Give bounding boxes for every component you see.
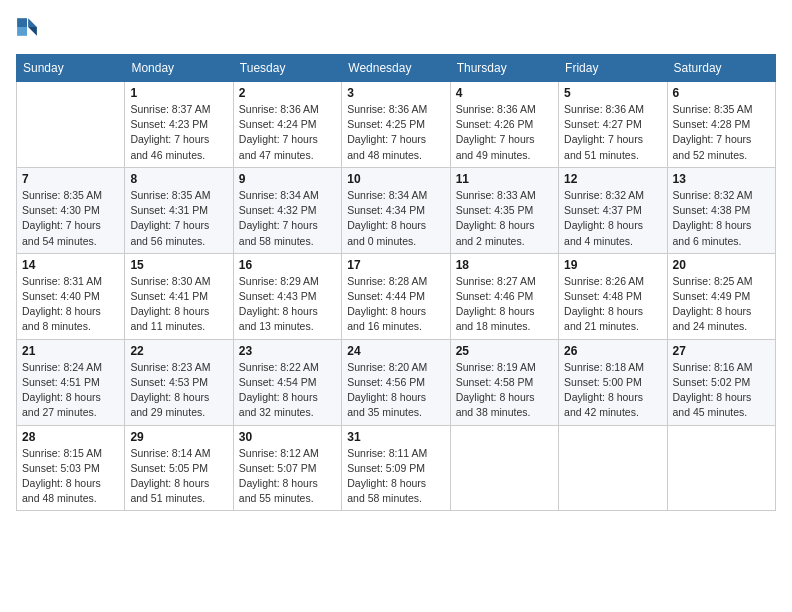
day-info: Sunrise: 8:32 AM Sunset: 4:38 PM Dayligh… [673,188,770,249]
day-info: Sunrise: 8:37 AM Sunset: 4:23 PM Dayligh… [130,102,227,163]
day-info: Sunrise: 8:15 AM Sunset: 5:03 PM Dayligh… [22,446,119,507]
day-number: 6 [673,86,770,100]
calendar-cell [17,82,125,168]
day-number: 10 [347,172,444,186]
calendar-cell: 27Sunrise: 8:16 AM Sunset: 5:02 PM Dayli… [667,339,775,425]
day-number: 28 [22,430,119,444]
day-info: Sunrise: 8:27 AM Sunset: 4:46 PM Dayligh… [456,274,553,335]
day-info: Sunrise: 8:30 AM Sunset: 4:41 PM Dayligh… [130,274,227,335]
day-info: Sunrise: 8:11 AM Sunset: 5:09 PM Dayligh… [347,446,444,507]
day-number: 12 [564,172,661,186]
day-number: 15 [130,258,227,272]
day-info: Sunrise: 8:16 AM Sunset: 5:02 PM Dayligh… [673,360,770,421]
svg-marker-1 [28,27,37,36]
calendar-cell: 7Sunrise: 8:35 AM Sunset: 4:30 PM Daylig… [17,167,125,253]
day-number: 26 [564,344,661,358]
day-number: 31 [347,430,444,444]
day-number: 5 [564,86,661,100]
day-number: 11 [456,172,553,186]
calendar-cell: 15Sunrise: 8:30 AM Sunset: 4:41 PM Dayli… [125,253,233,339]
calendar-cell: 3Sunrise: 8:36 AM Sunset: 4:25 PM Daylig… [342,82,450,168]
calendar-cell: 17Sunrise: 8:28 AM Sunset: 4:44 PM Dayli… [342,253,450,339]
day-info: Sunrise: 8:36 AM Sunset: 4:24 PM Dayligh… [239,102,336,163]
day-of-week-header: Wednesday [342,55,450,82]
calendar-cell: 5Sunrise: 8:36 AM Sunset: 4:27 PM Daylig… [559,82,667,168]
calendar-cell: 1Sunrise: 8:37 AM Sunset: 4:23 PM Daylig… [125,82,233,168]
calendar-cell: 2Sunrise: 8:36 AM Sunset: 4:24 PM Daylig… [233,82,341,168]
day-number: 1 [130,86,227,100]
calendar-table: SundayMondayTuesdayWednesdayThursdayFrid… [16,54,776,511]
day-number: 4 [456,86,553,100]
calendar-cell: 31Sunrise: 8:11 AM Sunset: 5:09 PM Dayli… [342,425,450,511]
calendar-cell: 6Sunrise: 8:35 AM Sunset: 4:28 PM Daylig… [667,82,775,168]
day-number: 27 [673,344,770,358]
calendar-cell: 25Sunrise: 8:19 AM Sunset: 4:58 PM Dayli… [450,339,558,425]
day-of-week-header: Saturday [667,55,775,82]
day-number: 30 [239,430,336,444]
day-info: Sunrise: 8:36 AM Sunset: 4:27 PM Dayligh… [564,102,661,163]
day-of-week-header: Monday [125,55,233,82]
day-info: Sunrise: 8:22 AM Sunset: 4:54 PM Dayligh… [239,360,336,421]
day-info: Sunrise: 8:35 AM Sunset: 4:31 PM Dayligh… [130,188,227,249]
calendar-cell: 8Sunrise: 8:35 AM Sunset: 4:31 PM Daylig… [125,167,233,253]
page-header [16,16,776,42]
day-number: 9 [239,172,336,186]
day-number: 18 [456,258,553,272]
day-info: Sunrise: 8:26 AM Sunset: 4:48 PM Dayligh… [564,274,661,335]
day-info: Sunrise: 8:23 AM Sunset: 4:53 PM Dayligh… [130,360,227,421]
svg-marker-0 [28,18,37,27]
day-number: 14 [22,258,119,272]
day-info: Sunrise: 8:28 AM Sunset: 4:44 PM Dayligh… [347,274,444,335]
day-number: 3 [347,86,444,100]
calendar-cell: 12Sunrise: 8:32 AM Sunset: 4:37 PM Dayli… [559,167,667,253]
calendar-cell: 18Sunrise: 8:27 AM Sunset: 4:46 PM Dayli… [450,253,558,339]
calendar-cell [667,425,775,511]
day-info: Sunrise: 8:34 AM Sunset: 4:34 PM Dayligh… [347,188,444,249]
day-number: 17 [347,258,444,272]
day-number: 2 [239,86,336,100]
calendar-cell: 9Sunrise: 8:34 AM Sunset: 4:32 PM Daylig… [233,167,341,253]
day-info: Sunrise: 8:33 AM Sunset: 4:35 PM Dayligh… [456,188,553,249]
day-info: Sunrise: 8:24 AM Sunset: 4:51 PM Dayligh… [22,360,119,421]
calendar-cell: 22Sunrise: 8:23 AM Sunset: 4:53 PM Dayli… [125,339,233,425]
day-of-week-header: Friday [559,55,667,82]
calendar-cell: 28Sunrise: 8:15 AM Sunset: 5:03 PM Dayli… [17,425,125,511]
day-number: 8 [130,172,227,186]
day-info: Sunrise: 8:35 AM Sunset: 4:30 PM Dayligh… [22,188,119,249]
day-info: Sunrise: 8:18 AM Sunset: 5:00 PM Dayligh… [564,360,661,421]
calendar-cell: 16Sunrise: 8:29 AM Sunset: 4:43 PM Dayli… [233,253,341,339]
calendar-cell: 24Sunrise: 8:20 AM Sunset: 4:56 PM Dayli… [342,339,450,425]
day-info: Sunrise: 8:12 AM Sunset: 5:07 PM Dayligh… [239,446,336,507]
day-info: Sunrise: 8:20 AM Sunset: 4:56 PM Dayligh… [347,360,444,421]
calendar-cell: 26Sunrise: 8:18 AM Sunset: 5:00 PM Dayli… [559,339,667,425]
calendar-cell: 11Sunrise: 8:33 AM Sunset: 4:35 PM Dayli… [450,167,558,253]
day-number: 25 [456,344,553,358]
day-info: Sunrise: 8:31 AM Sunset: 4:40 PM Dayligh… [22,274,119,335]
calendar-cell: 29Sunrise: 8:14 AM Sunset: 5:05 PM Dayli… [125,425,233,511]
day-number: 29 [130,430,227,444]
calendar-cell: 23Sunrise: 8:22 AM Sunset: 4:54 PM Dayli… [233,339,341,425]
day-number: 24 [347,344,444,358]
calendar-cell: 4Sunrise: 8:36 AM Sunset: 4:26 PM Daylig… [450,82,558,168]
calendar-cell: 20Sunrise: 8:25 AM Sunset: 4:49 PM Dayli… [667,253,775,339]
day-number: 13 [673,172,770,186]
day-number: 23 [239,344,336,358]
day-info: Sunrise: 8:36 AM Sunset: 4:25 PM Dayligh… [347,102,444,163]
logo-icon [16,16,38,38]
day-info: Sunrise: 8:36 AM Sunset: 4:26 PM Dayligh… [456,102,553,163]
day-info: Sunrise: 8:19 AM Sunset: 4:58 PM Dayligh… [456,360,553,421]
svg-rect-2 [17,18,27,27]
logo [16,16,40,42]
day-info: Sunrise: 8:34 AM Sunset: 4:32 PM Dayligh… [239,188,336,249]
calendar-cell [450,425,558,511]
calendar-cell: 19Sunrise: 8:26 AM Sunset: 4:48 PM Dayli… [559,253,667,339]
day-number: 7 [22,172,119,186]
day-info: Sunrise: 8:29 AM Sunset: 4:43 PM Dayligh… [239,274,336,335]
calendar-cell: 13Sunrise: 8:32 AM Sunset: 4:38 PM Dayli… [667,167,775,253]
day-number: 22 [130,344,227,358]
day-of-week-header: Thursday [450,55,558,82]
day-number: 19 [564,258,661,272]
calendar-cell: 30Sunrise: 8:12 AM Sunset: 5:07 PM Dayli… [233,425,341,511]
day-of-week-header: Sunday [17,55,125,82]
day-info: Sunrise: 8:32 AM Sunset: 4:37 PM Dayligh… [564,188,661,249]
